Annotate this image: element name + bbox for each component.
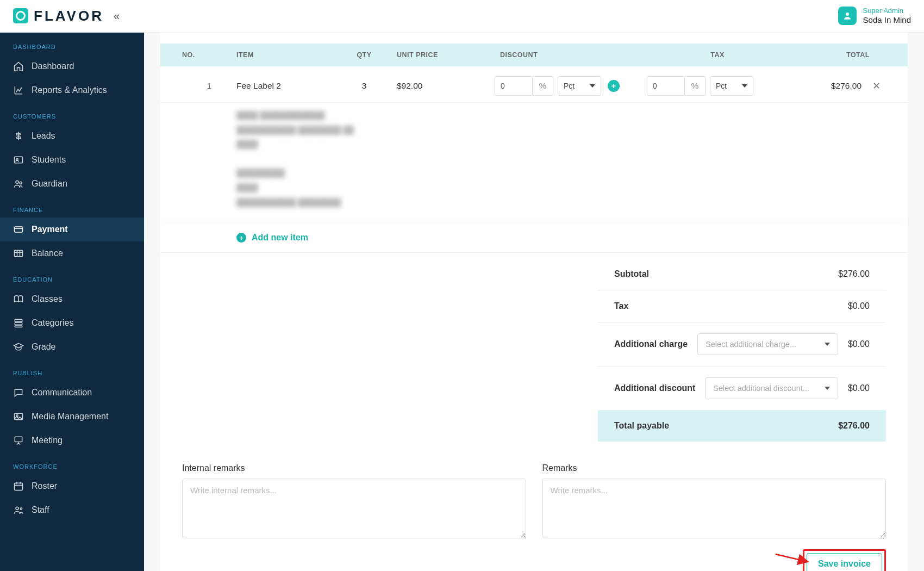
sidebar-item-payment[interactable]: Payment <box>0 218 144 241</box>
sidebar-item-grade[interactable]: Grade <box>0 335 144 359</box>
items-row: 1 Fee Label 2 3 $92.00 0 % Pct + 0 % Pct… <box>160 66 908 103</box>
cell-unit-price: $92.00 <box>397 81 495 91</box>
svg-line-16 <box>776 554 808 562</box>
th-total: TOTAL <box>788 51 886 59</box>
svg-point-15 <box>20 508 22 510</box>
add-discount-icon[interactable]: + <box>608 80 620 92</box>
sidebar-item-guardian[interactable]: Guardian <box>0 172 144 196</box>
sidebar-section-customers: CUSTOMERS <box>0 102 144 124</box>
brand-name: FLAVOR <box>34 8 104 24</box>
sidebar-item-balance[interactable]: Balance <box>0 241 144 265</box>
sidebar-item-label: Leads <box>32 131 55 141</box>
total-payable-label: Total payable <box>614 421 669 431</box>
sidebar-item-categories[interactable]: Categories <box>0 311 144 335</box>
sidebar-section-publish: PUBLISH <box>0 359 144 381</box>
sidebar-item-leads[interactable]: Leads <box>0 124 144 148</box>
chat-icon <box>13 387 24 398</box>
remove-row-icon[interactable]: ✕ <box>872 80 881 92</box>
tax-unit: % <box>685 76 706 96</box>
sidebar-section-workforce: WORKFORCE <box>0 452 144 474</box>
tax-label: Tax <box>614 301 628 311</box>
sidebar-section-education: EDUCATION <box>0 265 144 287</box>
cell-discount: 0 % Pct + <box>495 76 647 96</box>
svg-point-0 <box>846 13 849 16</box>
card-icon <box>13 224 24 235</box>
annotation-arrow-icon <box>775 548 813 570</box>
subtotal-value: $276.00 <box>838 269 870 279</box>
sidebar-item-media[interactable]: Media Management <box>0 405 144 429</box>
add-new-item-button[interactable]: + Add new item <box>160 223 908 253</box>
sidebar-item-classes[interactable]: Classes <box>0 287 144 311</box>
cell-no: 1 <box>182 81 236 91</box>
svg-rect-12 <box>15 437 22 442</box>
sidebar-item-label: Staff <box>32 505 49 515</box>
sidebar-item-label: Meeting <box>32 436 63 445</box>
sidebar-item-label: Students <box>32 155 66 165</box>
cell-item-name: Fee Label 2 <box>236 81 332 91</box>
sidebar-collapse-icon[interactable]: « <box>114 10 120 22</box>
stack-icon <box>13 318 24 328</box>
sidebar-item-label: Categories <box>32 318 73 328</box>
chart-icon <box>13 85 24 96</box>
people-icon <box>13 505 24 516</box>
sidebar-item-label: Communication <box>32 388 92 398</box>
svg-rect-5 <box>15 227 23 232</box>
sidebar-item-label: Reports & Analytics <box>32 85 107 95</box>
sidebar-item-reports[interactable]: Reports & Analytics <box>0 78 144 102</box>
user-org: Soda In Mind <box>863 15 911 26</box>
summary-table: Subtotal $276.00 Tax $0.00 Additional ch… <box>598 258 886 442</box>
total-payable-value: $276.00 <box>838 421 870 431</box>
cell-qty: 3 <box>332 81 397 91</box>
svg-rect-7 <box>15 319 22 321</box>
tax-type-select[interactable]: Pct <box>710 76 753 96</box>
items-table-header: NO. ITEM QTY UNIT PRICE DISCOUNT TAX TOT… <box>160 44 908 66</box>
tax-value: $0.00 <box>848 301 870 311</box>
th-discount: DISCOUNT <box>495 51 647 59</box>
item-details-blurred: ████ ███████████████████████ ████████ ██… <box>160 103 908 223</box>
svg-point-4 <box>20 182 22 184</box>
svg-point-2 <box>16 158 18 160</box>
remarks-label: Remarks <box>542 463 886 473</box>
book-icon <box>13 294 24 305</box>
table-icon <box>13 248 24 259</box>
sidebar: DASHBOARD Dashboard Reports & Analytics … <box>0 33 144 571</box>
sidebar-item-staff[interactable]: Staff <box>0 498 144 522</box>
sidebar-item-meeting[interactable]: Meeting <box>0 429 144 452</box>
user-block[interactable]: Super Admin Soda In Mind <box>863 7 911 26</box>
topbar: FLAVOR « Super Admin Soda In Mind <box>0 0 924 33</box>
discount-unit: % <box>533 76 553 96</box>
sidebar-item-dashboard[interactable]: Dashboard <box>0 54 144 78</box>
svg-point-14 <box>16 507 18 510</box>
th-tax: TAX <box>647 51 788 59</box>
avatar[interactable] <box>838 7 857 25</box>
subtotal-label: Subtotal <box>614 269 649 279</box>
remarks-input[interactable] <box>542 479 886 538</box>
brand-mark-icon <box>13 8 28 23</box>
presentation-icon <box>13 435 24 446</box>
discount-value-input[interactable]: 0 <box>495 76 533 96</box>
addl-disc-select[interactable]: Select additional discount... <box>705 377 838 399</box>
internal-remarks-input[interactable] <box>182 479 526 538</box>
addl-charge-value: $0.00 <box>848 339 870 349</box>
th-no: NO. <box>182 51 236 59</box>
graduation-icon <box>13 342 24 352</box>
svg-rect-13 <box>15 483 23 490</box>
addl-charge-select[interactable]: Select additional charge... <box>697 333 838 355</box>
sidebar-item-label: Balance <box>32 249 63 258</box>
sidebar-item-label: Guardian <box>32 179 67 189</box>
sidebar-item-label: Grade <box>32 342 55 352</box>
tax-value-input[interactable]: 0 <box>647 76 685 96</box>
svg-rect-6 <box>15 250 23 257</box>
sidebar-item-communication[interactable]: Communication <box>0 381 144 405</box>
sidebar-item-label: Dashboard <box>32 61 74 71</box>
discount-type-select[interactable]: Pct <box>558 76 601 96</box>
svg-rect-9 <box>15 326 22 327</box>
sidebar-item-students[interactable]: Students <box>0 148 144 172</box>
save-invoice-button[interactable]: Save invoice <box>807 553 882 571</box>
addl-disc-value: $0.00 <box>848 383 870 393</box>
sidebar-item-label: Media Management <box>32 412 108 421</box>
addl-disc-label: Additional discount <box>614 383 695 393</box>
brand-logo[interactable]: FLAVOR <box>13 8 104 24</box>
plus-icon: + <box>236 233 246 243</box>
sidebar-item-roster[interactable]: Roster <box>0 474 144 498</box>
